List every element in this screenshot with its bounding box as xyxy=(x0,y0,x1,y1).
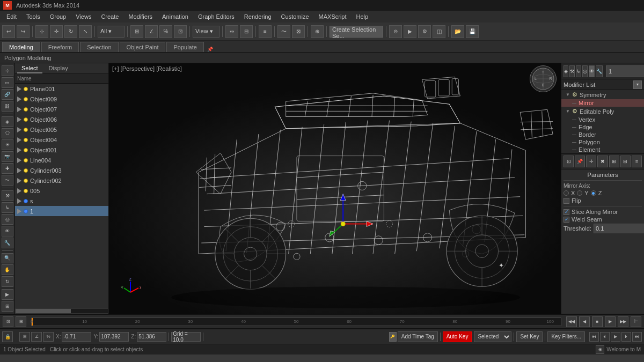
camera-tool[interactable]: 📷 xyxy=(2,151,13,162)
pb-skip-start[interactable]: ⏮ xyxy=(589,332,599,342)
visibility-bulb[interactable] xyxy=(24,158,28,162)
scene-item-1[interactable]: 1 xyxy=(15,206,108,216)
rotate-view[interactable]: ↻ xyxy=(2,276,13,287)
tab-modeling[interactable]: Modeling xyxy=(2,42,40,52)
viewport[interactable]: [+] [Perspective] [Realistic] T B L R xyxy=(109,63,561,314)
select-region[interactable]: ▭ xyxy=(2,77,13,88)
modifier-editable-poly[interactable]: ▼ ⚙ Editable Poly xyxy=(561,107,644,116)
modifier-symmetry[interactable]: ▼ ⚙ Symmetry xyxy=(561,90,644,99)
undo-btn[interactable]: ↩ xyxy=(2,25,15,38)
modify-panel-btn[interactable]: ⚒ xyxy=(569,65,575,77)
scene-item-cylinder002[interactable]: Cylinder002 xyxy=(15,175,108,186)
visibility-bulb[interactable] xyxy=(24,179,28,183)
pan-tool[interactable]: ✋ xyxy=(2,264,13,275)
render-setup-btn[interactable]: ⚙ xyxy=(418,25,431,38)
timeline-track[interactable]: 0 10 20 30 40 50 60 70 80 90 100 xyxy=(31,317,561,326)
timeline-last-frame[interactable]: ⊢ xyxy=(631,316,641,327)
add-time-tag-btn[interactable]: Add Time Tag xyxy=(398,331,438,342)
modifier-dropdown-btn[interactable]: ▾ xyxy=(633,80,642,89)
display-panel[interactable]: 👁 xyxy=(2,226,13,237)
scale-btn[interactable]: ⤡ xyxy=(79,25,92,38)
scene-item-object005[interactable]: Object005 xyxy=(15,124,108,135)
visibility-bulb[interactable] xyxy=(24,148,28,152)
modifier-stack-btn4[interactable]: ✖ xyxy=(597,156,608,167)
percent-snap-icon[interactable]: % xyxy=(43,332,54,342)
mirror-tool-btn[interactable]: ⇔ xyxy=(225,25,238,38)
timeline-stop[interactable]: ■ xyxy=(592,316,603,327)
zoom-tool[interactable]: 🔍 xyxy=(2,253,13,264)
visibility-bulb[interactable] xyxy=(24,138,28,142)
spacewarp-tool[interactable]: 〜 xyxy=(2,175,13,186)
pb-play[interactable]: ▶ xyxy=(611,332,620,342)
scene-item-cylinder003[interactable]: Cylinder003 xyxy=(15,165,108,175)
angle-snap-btn[interactable]: ∠ xyxy=(145,25,158,38)
menu-graph-editors[interactable]: Graph Editors xyxy=(194,12,239,21)
hierarchy-panel-btn[interactable]: ↳ xyxy=(576,65,581,77)
scene-tab-select[interactable]: Select xyxy=(17,64,42,73)
redo-btn[interactable]: ↪ xyxy=(17,25,30,38)
scene-prev-btn[interactable]: ⊞ xyxy=(16,316,26,327)
visibility-bulb[interactable] xyxy=(24,128,28,132)
render-btn[interactable]: ▶ xyxy=(404,25,416,38)
utilities-panel[interactable]: 🔧 xyxy=(2,238,13,248)
percent-snap-btn[interactable]: % xyxy=(159,25,172,38)
modifier-value-input[interactable] xyxy=(606,65,644,77)
menu-modifiers[interactable]: Modifiers xyxy=(124,12,157,21)
scene-item-object007[interactable]: Object007 xyxy=(15,104,108,114)
rotate-btn[interactable]: ↻ xyxy=(64,25,77,38)
timeline-next-frame[interactable]: ▶▶ xyxy=(618,316,628,327)
tab-populate[interactable]: Populate xyxy=(166,42,203,52)
helper-tool[interactable]: ✚ xyxy=(2,163,13,174)
menu-views[interactable]: Views xyxy=(71,12,96,21)
create-selection-input[interactable]: Create Selection Se... xyxy=(330,26,383,38)
visibility-bulb[interactable] xyxy=(24,199,28,203)
tab-selection[interactable]: Selection xyxy=(80,42,118,52)
modifier-stack-btn1[interactable]: ⊡ xyxy=(564,156,574,167)
key-filters-btn[interactable]: Key Filters... xyxy=(547,331,585,342)
save-btn[interactable]: 💾 xyxy=(466,25,479,38)
layer-mgr-btn[interactable]: ≡ xyxy=(259,25,272,38)
select-btn[interactable]: ⊹ xyxy=(35,25,48,38)
visibility-bulb[interactable] xyxy=(24,209,28,213)
key-mode-dropdown[interactable]: Selected xyxy=(474,331,511,342)
pb-skip-end[interactable]: ⏭ xyxy=(632,332,642,342)
menu-edit[interactable]: Edit xyxy=(2,12,21,21)
modifier-polygon[interactable]: Polygon xyxy=(561,138,644,146)
scene-item-object006[interactable]: Object006 xyxy=(15,114,108,124)
move-btn[interactable]: ✛ xyxy=(50,25,63,38)
scene-item-object009[interactable]: Object009 xyxy=(15,94,108,104)
visibility-bulb[interactable] xyxy=(24,168,28,173)
curve-editor-btn[interactable]: 〜 xyxy=(277,25,290,38)
render-frame-btn[interactable]: ◫ xyxy=(433,25,445,38)
create-geom[interactable]: ◈ xyxy=(2,116,13,127)
flip-checkbox[interactable] xyxy=(564,198,569,204)
radio-x[interactable] xyxy=(564,190,569,196)
filter-dropdown[interactable]: All ▾ xyxy=(98,26,125,38)
scene-item-object004[interactable]: Object004 xyxy=(15,135,108,145)
motion-panel-btn[interactable]: ◎ xyxy=(582,65,588,77)
pb-prev-frame[interactable]: ⏴ xyxy=(600,332,610,342)
menu-tools[interactable]: Tools xyxy=(22,12,45,21)
select-tool[interactable]: ⊹ xyxy=(2,65,13,76)
modifier-mirror[interactable]: Mirror xyxy=(561,99,644,107)
scene-scroll[interactable] xyxy=(15,308,108,314)
named-sel-btn[interactable]: ⊜ xyxy=(389,25,402,38)
scene-item-005[interactable]: 005 xyxy=(15,186,108,196)
threshold-input[interactable] xyxy=(594,224,644,233)
light-tool[interactable]: ☀ xyxy=(2,139,13,150)
wire-param-btn[interactable]: ⊕ xyxy=(311,25,324,38)
grid-snap-icon[interactable]: ⊞ xyxy=(19,332,30,342)
menu-rendering[interactable]: Rendering xyxy=(240,12,276,21)
scene-scroll-thumb[interactable] xyxy=(16,309,71,313)
modifier-vertex[interactable]: Vertex xyxy=(561,116,644,123)
timeline-play-prev[interactable]: ◀ xyxy=(579,316,590,327)
scene-item-line004[interactable]: Line004 xyxy=(15,155,108,165)
link-tool[interactable]: 🔗 xyxy=(2,89,13,100)
tab-object-paint[interactable]: Object Paint xyxy=(120,42,166,52)
scene-item-object001[interactable]: Object001 xyxy=(15,145,108,155)
menu-create[interactable]: Create xyxy=(97,12,123,21)
bind-tool[interactable]: ⛓ xyxy=(2,101,13,112)
visibility-bulb[interactable] xyxy=(24,107,28,112)
grid-view-btn[interactable]: ⊞ xyxy=(2,301,13,312)
display-panel-btn[interactable]: 👁 xyxy=(589,65,595,77)
